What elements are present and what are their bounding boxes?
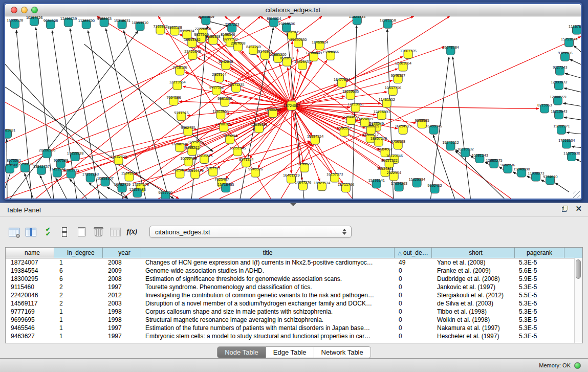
- row-height-button[interactable]: [58, 225, 71, 238]
- float-panel-icon[interactable]: [562, 206, 568, 212]
- graph-node-label: 16210643: [551, 110, 567, 114]
- graph-node-label: 9462735: [181, 126, 195, 130]
- column-header-out_de[interactable]: △out_de…: [395, 248, 432, 258]
- graph-node-label: 12384449: [306, 51, 322, 55]
- table-cell: 0: [395, 308, 432, 316]
- table-panel: Table Panel ✕ ✔✔ f(x) citations_edges.tx…: [0, 203, 588, 358]
- column-select-icon: [26, 228, 36, 236]
- graph-edge: [564, 117, 581, 120]
- graph-edge: [292, 60, 327, 106]
- table-row[interactable]: 1830029562008Estimation of significance …: [6, 275, 582, 283]
- select-rows-button[interactable]: ✔✔: [41, 225, 54, 238]
- graph-edge: [452, 57, 470, 199]
- graph-node-label: 8725295: [188, 140, 203, 144]
- network-window-title: citations_edges.txt: [5, 6, 581, 14]
- graph-node-label: 7694086: [166, 96, 181, 100]
- table-row[interactable]: 946554611997Estimation of the future num…: [6, 324, 582, 332]
- graph-node-label: 10553310: [132, 21, 148, 25]
- graph-node-label: 9097588: [54, 159, 68, 163]
- graph-edge: [70, 179, 87, 199]
- network-window-titlebar[interactable]: citations_edges.txt: [5, 4, 581, 16]
- table-row[interactable]: 2242004622012Investigating the contribut…: [6, 291, 582, 299]
- network-graph[interactable]: 7163822886012889129342222605898275091654…: [5, 16, 581, 199]
- graph-node-label: 16053809: [198, 16, 214, 19]
- window-resize-grip[interactable]: [573, 191, 580, 198]
- column-header-in_degree[interactable]: in_degree: [54, 248, 103, 258]
- table-row[interactable]: 1938455462009Genome-wide association stu…: [6, 267, 582, 275]
- table-scrollbar[interactable]: [574, 258, 582, 343]
- graph-node-label: 17554173: [132, 183, 148, 187]
- graph-node-label: 17359928: [67, 151, 83, 156]
- tab-node-table[interactable]: Node Table: [217, 346, 266, 358]
- graph-node-label: 18923514: [314, 181, 331, 185]
- show-hide-columns-button[interactable]: [24, 225, 37, 238]
- table-cell: Changes of HCN gene expression and I(f) …: [141, 258, 395, 267]
- table-settings-button[interactable]: [7, 225, 20, 238]
- graph-edge: [555, 183, 569, 192]
- delete-table-button: [108, 225, 122, 238]
- table-cell: 2012: [103, 291, 141, 299]
- column-header-name[interactable]: name: [6, 248, 54, 258]
- graph-node-label: 7163822: [153, 25, 167, 29]
- graph-node-label: 12610651: [212, 110, 229, 114]
- table-cell: Tibbo et al. (1998): [432, 308, 515, 316]
- graph-node-label: 17085681: [5, 128, 15, 133]
- table-cell: 1: [54, 332, 103, 340]
- table-cell: 5.3E-5: [515, 258, 564, 267]
- graph-node-label: 16510332: [457, 147, 473, 151]
- graph-node-label: 18469814: [312, 40, 329, 45]
- table-cell: 1997: [103, 324, 141, 332]
- tab-network-table[interactable]: Network Table: [314, 346, 371, 358]
- graph-node-label: 16461219: [283, 173, 299, 178]
- table-cell: 2008: [103, 275, 141, 283]
- table-cell: 0: [395, 291, 432, 299]
- table-cell: 0: [395, 332, 432, 340]
- graph-node-label: 9311515: [174, 111, 188, 115]
- graph-edge: [576, 159, 581, 162]
- network-window[interactable]: citations_edges.txt 71638228860128891293…: [3, 2, 583, 201]
- column-header-title[interactable]: title: [141, 248, 395, 258]
- function-builder-button[interactable]: f(x): [125, 225, 139, 238]
- graph-node-label: 12156829: [17, 162, 33, 166]
- graph-edge: [198, 58, 292, 106]
- delete-entries-button[interactable]: [92, 225, 105, 238]
- table-cell: 9465546: [6, 324, 54, 332]
- table-row[interactable]: 1456911722003Disruption of a novel membe…: [6, 299, 582, 308]
- tab-edge-table[interactable]: Edge Table: [266, 346, 314, 358]
- stacked-boxes-icon: [62, 227, 67, 237]
- table-cell: 2009: [103, 267, 141, 275]
- table-row[interactable]: 946362711997Embryonic stem cells: a mode…: [6, 332, 582, 340]
- table-cell: 9463627: [6, 332, 54, 340]
- trash-icon: [95, 229, 102, 236]
- table-panel-actions: ✕: [562, 205, 582, 212]
- graph-node-label: 3913190: [5, 163, 17, 167]
- graph-node-label: 9990557: [337, 126, 352, 130]
- graph-node-label: 12224009: [357, 117, 373, 121]
- memory-status-indicator[interactable]: [574, 362, 581, 369]
- graph-node-label: 9207791: [206, 166, 220, 170]
- graph-node-label: 16151322: [381, 159, 397, 163]
- column-header-pagerank[interactable]: pagerank: [515, 248, 564, 258]
- graph-node-label: 12142729: [110, 155, 126, 159]
- table-selector-dropdown[interactable]: citations_edges.txt: [149, 226, 352, 238]
- graph-node-label: 8975051: [7, 159, 21, 163]
- table-row[interactable]: 1872400712008Changes of HCN gene express…: [6, 258, 582, 267]
- graph-node-label: 16782759: [114, 183, 130, 187]
- table-cell: 49: [395, 258, 432, 267]
- graph-node-label: 9498222: [185, 146, 199, 150]
- table-row[interactable]: 911546021997Tourette syndrome. Phenomeno…: [6, 283, 582, 291]
- table-cell: 2008: [103, 258, 141, 267]
- close-panel-icon[interactable]: ✕: [575, 205, 582, 212]
- graph-edge: [564, 88, 581, 92]
- dropdown-arrows-icon: [340, 229, 351, 235]
- graph-edge: [292, 41, 292, 105]
- column-header-year[interactable]: year: [103, 248, 141, 258]
- table-row[interactable]: 977716911998Corpus callosum shape and si…: [6, 308, 582, 316]
- graph-edge: [574, 46, 581, 52]
- table-scrollbar-thumb[interactable]: [576, 259, 581, 279]
- table-row[interactable]: 969969511998Structural magnetic resonanc…: [6, 316, 582, 324]
- network-canvas[interactable]: 7163822886012889129342222605898275091654…: [5, 16, 581, 199]
- column-header-short[interactable]: short: [432, 248, 515, 258]
- sort-ascending-icon: △: [398, 250, 402, 256]
- create-table-button[interactable]: [75, 225, 88, 238]
